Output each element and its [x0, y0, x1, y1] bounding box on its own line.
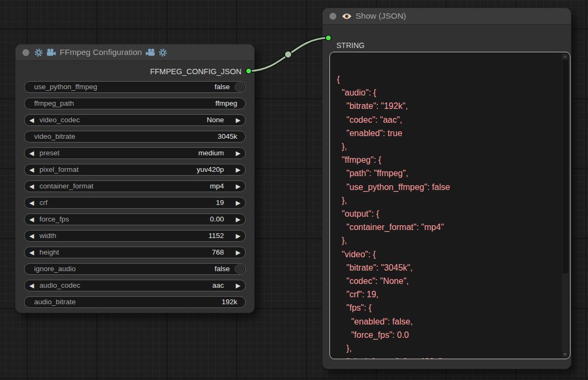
widget-crf[interactable]: ◀ crf 19 ▶: [24, 197, 246, 209]
input-slot-label: STRING: [336, 41, 365, 50]
widget-label: ignore_audio: [34, 264, 76, 274]
decrement-arrow-icon[interactable]: ◀: [29, 181, 34, 192]
widget-value: medium: [198, 148, 224, 159]
decrement-arrow-icon[interactable]: ◀: [29, 164, 34, 175]
increment-arrow-icon[interactable]: ▶: [236, 247, 240, 258]
widget-label: height: [39, 247, 59, 258]
increment-arrow-icon[interactable]: ▶: [236, 148, 240, 159]
increment-arrow-icon[interactable]: ▶: [236, 214, 240, 225]
widget-use_python_ffmpeg[interactable]: use_python_ffmpeg false: [24, 81, 246, 93]
decrement-arrow-icon[interactable]: ◀: [29, 148, 34, 159]
output-slot: FFMPEG_CONFIG_JSON: [15, 67, 241, 76]
toggle-knob[interactable]: [235, 82, 244, 92]
widget-label: force_fps: [39, 214, 69, 225]
increment-arrow-icon[interactable]: ▶: [236, 181, 240, 192]
increment-arrow-icon[interactable]: ▶: [236, 164, 240, 175]
widget-value: aac: [212, 280, 224, 291]
widget-height[interactable]: ◀ height 768 ▶: [24, 247, 246, 258]
widget-label: crf: [39, 197, 47, 208]
widget-video_codec[interactable]: ◀ video_codec None ▶: [24, 114, 246, 126]
increment-arrow-icon[interactable]: ▶: [236, 280, 240, 291]
widget-pixel_format[interactable]: ◀ pixel_format yuv420p ▶: [24, 164, 246, 176]
decrement-arrow-icon[interactable]: ◀: [29, 280, 34, 291]
widget-label: pixel_format: [39, 164, 79, 175]
collapse-dot[interactable]: [22, 49, 29, 56]
movie-camera-icon: [46, 49, 56, 57]
gear-icon: [35, 49, 43, 57]
decrement-arrow-icon[interactable]: ◀: [29, 197, 34, 208]
show-input-port[interactable]: [326, 35, 332, 41]
output-slot-label: FFMPEG_CONFIG_JSON: [150, 67, 241, 76]
node-ffmpeg-titlebar[interactable]: FFmpeg Configuration: [15, 44, 254, 61]
scrollbar-thumb[interactable]: [562, 60, 568, 273]
node-title: Show (JSON): [356, 11, 406, 21]
gear-icon: [159, 49, 167, 57]
widget-label: audio_codec: [39, 280, 80, 291]
widget-value: 3045k: [218, 131, 237, 142]
widget-value: 192k: [222, 297, 237, 307]
widget-ffmpeg_path[interactable]: ffmpeg_path ffmpeg: [24, 98, 246, 109]
decrement-arrow-icon[interactable]: ◀: [29, 115, 34, 125]
widget-value: yuv420p: [197, 164, 224, 175]
node-ffmpeg-configuration[interactable]: FFmpeg Configuration FFMPEG_CONFIG_JSON: [15, 44, 255, 313]
ffmpeg-widgets: use_python_ffmpeg false ffmpeg_path ffmp…: [15, 81, 254, 308]
node-editor-canvas[interactable]: FFmpeg Configuration FFMPEG_CONFIG_JSON: [0, 0, 588, 380]
widget-force_fps[interactable]: ◀ force_fps 0.00 ▶: [24, 213, 246, 225]
widget-label: preset: [39, 148, 60, 159]
widget-label: use_python_ffmpeg: [34, 82, 97, 92]
decrement-arrow-icon[interactable]: ◀: [29, 214, 34, 225]
node-show-json[interactable]: Show (JSON) STRING { "audio": { "bitrate…: [322, 7, 571, 369]
widget-value: 19: [216, 197, 224, 208]
widget-audio_bitrate[interactable]: audio_bitrate 192k: [24, 296, 246, 308]
node-show-titlebar[interactable]: Show (JSON): [323, 8, 571, 25]
movie-camera-icon: [146, 49, 155, 57]
widget-audio_codec[interactable]: ◀ audio_codec aac ▶: [24, 280, 246, 291]
widget-value: 0.00: [210, 214, 224, 225]
increment-arrow-icon[interactable]: ▶: [236, 197, 240, 208]
toggle-knob[interactable]: [235, 264, 244, 274]
widget-label: container_format: [39, 181, 93, 192]
widget-label: audio_bitrate: [34, 297, 76, 307]
widget-value: false: [214, 264, 230, 274]
widget-container_format[interactable]: ◀ container_format mp4 ▶: [24, 180, 246, 192]
widget-value: 768: [212, 247, 224, 258]
widget-value: false: [214, 82, 230, 92]
ffmpeg-output-port[interactable]: [246, 68, 252, 74]
widget-value: 1152: [208, 231, 224, 241]
widget-preset[interactable]: ◀ preset medium ▶: [24, 147, 246, 159]
scrollbar[interactable]: [562, 53, 569, 358]
json-text[interactable]: { "audio": { "bitrate": "192k", "codec":…: [330, 52, 570, 359]
widget-video_bitrate[interactable]: video_bitrate 3045k: [24, 131, 246, 142]
widget-label: video_bitrate: [34, 131, 75, 142]
collapse-dot[interactable]: [329, 13, 336, 20]
increment-arrow-icon[interactable]: ▶: [236, 115, 240, 125]
increment-arrow-icon[interactable]: ▶: [236, 231, 240, 241]
widget-label: video_codec: [39, 115, 80, 125]
decrement-arrow-icon[interactable]: ◀: [29, 231, 34, 241]
decrement-arrow-icon[interactable]: ◀: [29, 247, 34, 258]
node-title: FFmpeg Configuration: [60, 48, 142, 57]
widget-value: None: [207, 115, 224, 125]
eye-icon: [342, 13, 352, 20]
widget-label: ffmpeg_path: [34, 98, 74, 109]
scroll-up-arrow-icon[interactable]: [563, 55, 567, 58]
json-display-area[interactable]: { "audio": { "bitrate": "192k", "codec":…: [329, 52, 570, 359]
scroll-down-arrow-icon[interactable]: [563, 353, 567, 356]
widget-label: width: [39, 231, 57, 241]
widget-ignore_audio[interactable]: ignore_audio false: [24, 263, 246, 275]
widget-width[interactable]: ◀ width 1152 ▶: [24, 230, 246, 242]
widget-value: mp4: [210, 181, 224, 192]
link-midpoint-dot[interactable]: [285, 51, 292, 58]
widget-value: ffmpeg: [215, 98, 237, 109]
